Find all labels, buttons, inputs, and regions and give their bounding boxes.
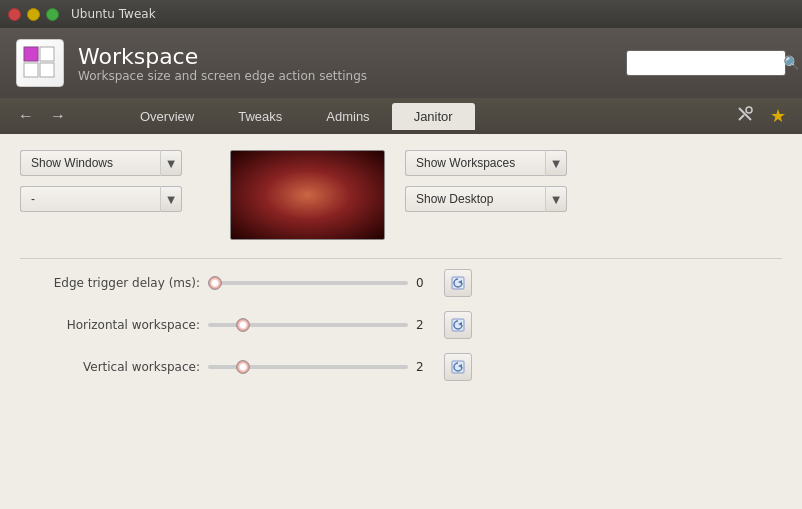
right-bottom-dropdown-wrapper: Show Desktop None ▼ [405, 186, 605, 212]
nav-row: ← → Overview Tweaks Admins Janitor ★ [0, 98, 802, 134]
back-button[interactable]: ← [12, 105, 40, 127]
edge-trigger-reset[interactable] [444, 269, 472, 297]
svg-rect-1 [24, 63, 38, 77]
svg-line-5 [739, 115, 744, 120]
right-bottom-dropdown[interactable]: Show Desktop None [405, 186, 545, 212]
tools-button[interactable] [732, 103, 758, 129]
workspace-preview [230, 150, 385, 240]
vertical-workspace-thumb[interactable] [236, 360, 250, 374]
search-box[interactable]: 🔍 [626, 50, 786, 76]
header: Workspace Workspace size and screen edge… [0, 28, 802, 98]
nav-icons: ★ [732, 103, 790, 129]
search-button[interactable]: 🔍 [781, 55, 802, 71]
tab-overview[interactable]: Overview [118, 103, 216, 130]
main-content: Show Windows None ▼ - Show Windows Show … [0, 134, 802, 509]
horizontal-workspace-thumb[interactable] [236, 318, 250, 332]
left-bottom-dropdown-arrow[interactable]: ▼ [160, 186, 182, 212]
vertical-workspace-reset[interactable] [444, 353, 472, 381]
minimize-button[interactable] [27, 8, 40, 21]
search-input[interactable] [631, 56, 781, 70]
titlebar: Ubuntu Tweak [0, 0, 802, 28]
maximize-button[interactable] [46, 8, 59, 21]
workspace-icon [16, 39, 64, 87]
tab-janitor[interactable]: Janitor [392, 103, 475, 130]
right-top-dropdown-arrow[interactable]: ▼ [545, 150, 567, 176]
tab-tweaks[interactable]: Tweaks [216, 103, 304, 130]
vertical-workspace-track[interactable] [208, 365, 408, 369]
svg-point-6 [746, 107, 752, 113]
header-text: Workspace Workspace size and screen edge… [78, 44, 612, 83]
app-title: Ubuntu Tweak [71, 7, 156, 21]
right-top-dropdown[interactable]: Show Workspaces None [405, 150, 545, 176]
right-bottom-dropdown-arrow[interactable]: ▼ [545, 186, 567, 212]
favorites-button[interactable]: ★ [766, 103, 790, 129]
right-dropdowns: Show Workspaces None ▼ Show Desktop None… [405, 150, 605, 212]
close-button[interactable] [8, 8, 21, 21]
vertical-workspace-label: Vertical workspace: [20, 360, 200, 374]
tab-bar: Overview Tweaks Admins Janitor [118, 103, 732, 130]
page-title: Workspace [78, 44, 612, 69]
tab-admins[interactable]: Admins [304, 103, 391, 130]
sliders-section: Edge trigger delay (ms): 0 Horizontal wo… [20, 258, 782, 405]
edge-trigger-value: 0 [416, 276, 436, 290]
top-section: Show Windows None ▼ - Show Windows Show … [20, 150, 782, 240]
left-bottom-dropdown[interactable]: - Show Windows Show Desktop [20, 186, 160, 212]
page-subtitle: Workspace size and screen edge action se… [78, 69, 612, 83]
svg-rect-2 [40, 47, 54, 61]
horizontal-workspace-track[interactable] [208, 323, 408, 327]
right-top-dropdown-wrapper: Show Workspaces None ▼ [405, 150, 605, 176]
vertical-workspace-value: 2 [416, 360, 436, 374]
svg-rect-0 [24, 47, 38, 61]
left-bottom-dropdown-wrapper: - Show Windows Show Desktop ▼ [20, 186, 220, 212]
edge-trigger-thumb[interactable] [208, 276, 222, 290]
edge-trigger-track[interactable] [208, 281, 408, 285]
edge-trigger-row: Edge trigger delay (ms): 0 [20, 269, 782, 297]
edge-trigger-label: Edge trigger delay (ms): [20, 276, 200, 290]
forward-button[interactable]: → [44, 105, 72, 127]
left-dropdowns: Show Windows None ▼ - Show Windows Show … [20, 150, 220, 212]
horizontal-workspace-value: 2 [416, 318, 436, 332]
left-top-dropdown[interactable]: Show Windows None [20, 150, 160, 176]
horizontal-workspace-label: Horizontal workspace: [20, 318, 200, 332]
svg-rect-3 [40, 63, 54, 77]
nav-arrows: ← → [12, 105, 72, 127]
horizontal-workspace-reset[interactable] [444, 311, 472, 339]
left-top-dropdown-arrow[interactable]: ▼ [160, 150, 182, 176]
left-top-dropdown-wrapper: Show Windows None ▼ [20, 150, 220, 176]
vertical-workspace-row: Vertical workspace: 2 [20, 353, 782, 381]
horizontal-workspace-row: Horizontal workspace: 2 [20, 311, 782, 339]
